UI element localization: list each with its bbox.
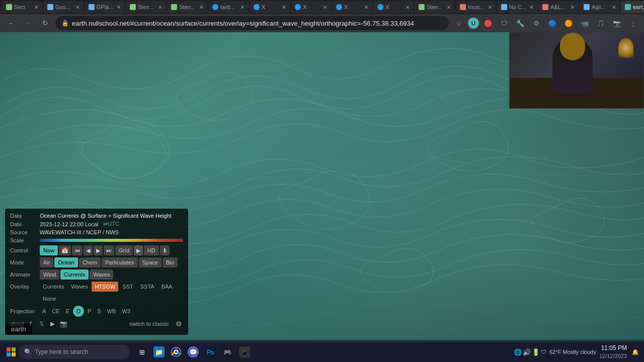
mode-particulates[interactable]: Particulates [102, 257, 137, 267]
tab-14[interactable]: A&L... ✕ [538, 1, 579, 13]
animate-waves[interactable]: Waves [90, 269, 113, 280]
notification-button[interactable]: 🔔 [630, 349, 641, 355]
overlay-waves[interactable]: Waves [68, 282, 91, 292]
utc-toggle[interactable]: ⇌UTC [103, 221, 119, 227]
tab-close-15[interactable]: ✕ [612, 5, 616, 10]
prev-prev-button[interactable]: ⏮ [72, 245, 83, 255]
tab-close-7[interactable]: ✕ [282, 5, 286, 10]
extension-8[interactable]: 🎵 [594, 16, 608, 30]
extension-6[interactable]: 🟠 [561, 16, 576, 30]
next-button[interactable]: ▶ [94, 245, 103, 255]
tab-6[interactable]: twitt... ✕ [208, 1, 249, 13]
mode-chem[interactable]: Chem [79, 257, 101, 267]
mode-bio[interactable]: Bio [163, 257, 178, 267]
profile-button[interactable]: U [468, 18, 479, 29]
taskbar-discord[interactable]: 💬 [185, 344, 201, 360]
overlay-sst[interactable]: SST [119, 282, 136, 292]
proj-wb[interactable]: WB [105, 307, 119, 315]
tab-close-2[interactable]: ✕ [75, 5, 79, 10]
map-area[interactable]: Data Ocean Currents @ Surface + Signific… [0, 32, 644, 340]
proj-e[interactable]: E [63, 307, 72, 315]
extension-1[interactable]: 🔴 [481, 16, 495, 30]
tab-2[interactable]: Goo... ✕ [43, 1, 84, 13]
tab-8[interactable]: X ✕ [291, 1, 331, 13]
taskbar-search[interactable]: 🔍 Type here to search [19, 345, 130, 359]
switch-classic[interactable]: switch to classic [126, 319, 172, 329]
tab-close-8[interactable]: ✕ [323, 5, 327, 10]
proj-s[interactable]: S [95, 307, 103, 315]
overlay-none[interactable]: None [40, 294, 59, 304]
tab-close-9[interactable]: ✕ [364, 5, 368, 10]
twitter-icon[interactable]: 𝕏 [37, 319, 46, 328]
mode-air[interactable]: Air [40, 257, 53, 267]
weather-widget[interactable]: 62°F Mostly cloudy [549, 349, 596, 355]
proj-p[interactable]: P [85, 307, 94, 315]
animate-currents[interactable]: Currents [60, 269, 89, 280]
proj-ce[interactable]: CE [49, 307, 62, 315]
more-button[interactable]: ⋮ [626, 16, 640, 30]
bookmark-button[interactable]: ☆ [452, 16, 466, 30]
mode-ocean[interactable]: Ocean [54, 257, 77, 267]
proj-o[interactable]: O [73, 306, 84, 317]
prev-button[interactable]: ◀ [84, 245, 93, 255]
taskbar-chrome[interactable] [168, 344, 184, 360]
tab-close-4[interactable]: ✕ [158, 5, 162, 10]
address-bar[interactable]: 🔒 earth.nullschool.net/#current/ocean/su… [55, 16, 449, 30]
tab-15[interactable]: Agil... ✕ [580, 1, 620, 13]
extension-7[interactable]: 📹 [578, 16, 592, 30]
instagram-icon[interactable]: 📷 [59, 319, 68, 328]
overlay-baa[interactable]: BAA [158, 282, 176, 292]
tab-11[interactable]: Stev... ✕ [415, 1, 455, 13]
tab-13[interactable]: No C... ✕ [497, 1, 537, 13]
overlay-htsgw[interactable]: HTSGW [92, 282, 118, 292]
tab-3[interactable]: GPla... ✕ [85, 1, 125, 13]
tab-close-5[interactable]: ✕ [199, 5, 203, 10]
youtube-icon[interactable]: ▶ [48, 319, 57, 328]
extension-9[interactable]: 📷 [610, 16, 624, 30]
settings-icon[interactable]: ⚙ [174, 319, 183, 328]
mode-space[interactable]: Space [139, 257, 162, 267]
tab-close-3[interactable]: ✕ [117, 5, 121, 10]
taskbar-task-view[interactable]: ⊞ [134, 344, 150, 360]
tab-close-6[interactable]: ✕ [240, 5, 245, 10]
hd-button[interactable]: HD [144, 245, 159, 255]
tab-close-10[interactable]: ✕ [406, 5, 410, 10]
back-button[interactable]: ← [4, 16, 18, 30]
tab-earth[interactable]: eart... ✕ [621, 1, 644, 13]
tab-close-12[interactable]: ✕ [488, 5, 492, 10]
tab-1[interactable]: Secr ✕ [2, 1, 42, 13]
start-button[interactable] [3, 344, 19, 360]
tab-9[interactable]: X ✕ [332, 1, 372, 13]
tab-7[interactable]: X ✕ [250, 1, 290, 13]
taskbar-steam[interactable]: 🎮 [219, 344, 235, 360]
tab-close-13[interactable]: ✕ [529, 5, 533, 10]
tab-close-11[interactable]: ✕ [447, 5, 451, 10]
taskbar-extra[interactable]: 📱 [236, 344, 253, 360]
tab-4[interactable]: Stev... ✕ [126, 1, 166, 13]
download-button[interactable]: ⬇ [160, 245, 170, 255]
scale-row: Scale [10, 237, 183, 243]
next-next-button[interactable]: ⏭ [104, 245, 114, 255]
tab-close-1[interactable]: ✕ [34, 5, 38, 10]
calendar-button[interactable]: 📅 [59, 245, 71, 255]
tab-close-14[interactable]: ✕ [571, 5, 575, 10]
reload-button[interactable]: ↻ [38, 16, 52, 30]
proj-w3[interactable]: W3 [119, 307, 133, 315]
now-button[interactable]: Now [40, 245, 58, 255]
overlay-ssta[interactable]: SSTA [137, 282, 157, 292]
extension-4[interactable]: ⚙ [529, 16, 543, 30]
grid-button[interactable]: Grid [115, 245, 133, 255]
taskbar-explorer[interactable]: 📁 [151, 344, 167, 360]
animate-wind[interactable]: Wind [40, 269, 59, 280]
play-button[interactable]: ▶ [134, 245, 143, 255]
proj-a[interactable]: A [40, 307, 48, 315]
forward-button[interactable]: → [21, 16, 35, 30]
overlay-currents[interactable]: Currents [40, 282, 67, 292]
tab-5[interactable]: Stev... ✕ [167, 1, 207, 13]
tab-10[interactable]: X ✕ [373, 1, 414, 13]
extension-5[interactable]: 🔵 [545, 16, 559, 30]
tab-12[interactable]: musi... ✕ [456, 1, 496, 13]
extension-2[interactable]: 🛡 [497, 16, 511, 30]
extension-3[interactable]: 🔧 [513, 16, 527, 30]
taskbar-photoshop[interactable]: Ps [202, 344, 218, 360]
